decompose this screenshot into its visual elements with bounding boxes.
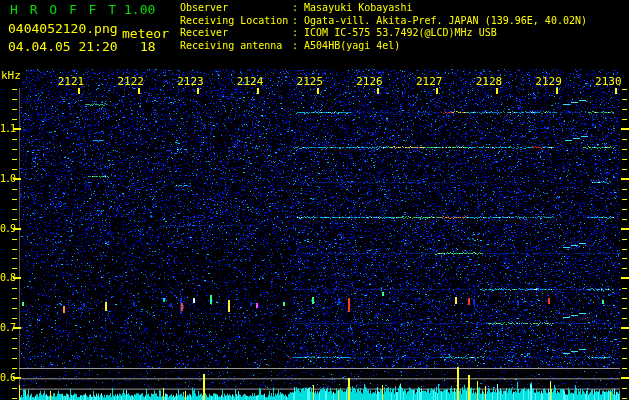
info-row: Receiver: ICOM IC-575 53.7492(@LCD)MHz U… [180, 27, 587, 40]
info-value: A504HB(yagi 4el) [304, 40, 400, 51]
info-value: ICOM IC-575 53.7492(@LCD)MHz USB [304, 27, 497, 38]
datetime: 04.04.05 21:20 [8, 39, 118, 54]
info-label: Receiver [180, 27, 292, 40]
app-version: 1.00 [124, 2, 155, 17]
info-separator: : [292, 2, 304, 13]
meteor-count: 18 [140, 39, 156, 54]
app-title: H R O F F T [10, 2, 118, 17]
spectrogram-canvas [0, 0, 629, 400]
station-info: Observer: Masayuki KobayashiReceiving Lo… [180, 2, 587, 52]
info-label: Observer [180, 2, 292, 15]
info-separator: : [292, 15, 304, 26]
hrofft-window: H R O F F T 1.00 0404052120.png meteor 0… [0, 0, 629, 400]
freq-axis-unit: kHz [1, 69, 21, 82]
info-row: Receiving Location: Ogata-vill. Akita-Pr… [180, 15, 587, 28]
info-label: Receiving antenna [180, 40, 292, 53]
info-row: Receiving antenna: A504HB(yagi 4el) [180, 40, 587, 53]
info-separator: : [292, 27, 304, 38]
info-value: Ogata-vill. Akita-Pref. JAPAN (139.96E, … [304, 15, 587, 26]
info-separator: : [292, 40, 304, 51]
info-value: Masayuki Kobayashi [304, 2, 412, 13]
info-label: Receiving Location [180, 15, 292, 28]
filename: 0404052120.png [8, 21, 118, 36]
info-row: Observer: Masayuki Kobayashi [180, 2, 587, 15]
